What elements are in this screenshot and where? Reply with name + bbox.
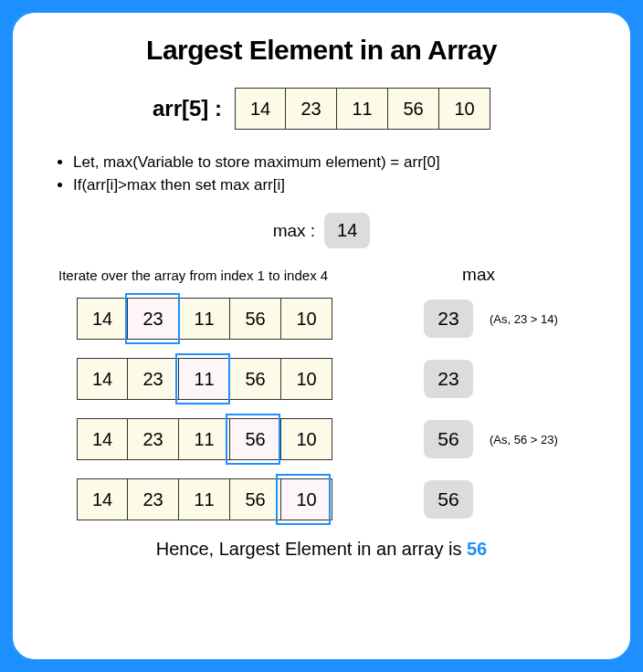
step-array-cells: 1423115610 — [77, 418, 332, 460]
array-label: arr[5] : — [153, 96, 222, 121]
conclusion: Hence, Largest Element in an array is 56 — [40, 539, 603, 560]
frame-border: Largest Element in an Array arr[5] : 14 … — [0, 0, 643, 672]
step-note: (As, 56 > 23) — [490, 433, 558, 446]
step-array-cell: 10 — [281, 418, 332, 460]
step-array-cell: 11 — [179, 478, 230, 520]
step-max-value: 23 — [424, 360, 473, 398]
step-array-cell: 11 — [179, 298, 230, 340]
initial-max-label: max : — [273, 221, 315, 241]
array-cell: 10 — [439, 88, 490, 130]
step-array-cell: 14 — [77, 478, 128, 520]
algorithm-bullets: Let, max(Variable to store maximum eleme… — [73, 152, 603, 196]
step-array-cell: 14 — [77, 418, 128, 460]
step-array-cell: 14 — [77, 298, 128, 340]
page-title: Largest Element in an Array — [40, 35, 603, 66]
step-array-cell: 23 — [128, 358, 179, 400]
conclusion-prefix: Hence, Largest Element in an array is — [156, 539, 467, 559]
initial-max-row: max : 14 — [40, 213, 603, 248]
step-row: 142311561023 — [40, 358, 603, 400]
step-array-cell: 56 — [230, 418, 281, 460]
step-array-cell: 14 — [77, 358, 128, 400]
initial-max-value: 14 — [324, 213, 370, 248]
array-cell: 23 — [286, 88, 337, 130]
array-cell: 11 — [337, 88, 388, 130]
step-row: 142311561023(As, 23 > 14) — [40, 298, 603, 340]
step-array-cell: 56 — [230, 478, 281, 520]
step-array-cell: 56 — [230, 358, 281, 400]
step-array-cell: 10 — [281, 298, 332, 340]
step-array-cell: 23 — [128, 478, 179, 520]
max-column-header: max — [462, 265, 495, 285]
content-card: Largest Element in an Array arr[5] : 14 … — [13, 13, 630, 659]
step-row: 142311561056 — [40, 478, 603, 520]
array-cells: 14 23 11 56 10 — [235, 88, 490, 130]
step-array-cells: 1423115610 — [77, 358, 332, 400]
steps-container: 142311561023(As, 23 > 14)142311561023142… — [40, 298, 603, 520]
step-row: 142311561056(As, 56 > 23) — [40, 418, 603, 460]
array-definition-row: arr[5] : 14 23 11 56 10 — [40, 88, 603, 130]
array-cell: 56 — [388, 88, 439, 130]
step-note: (As, 23 > 14) — [490, 312, 558, 326]
array-cell: 14 — [235, 88, 286, 130]
step-max-value: 23 — [424, 299, 473, 338]
bullet-item: Let, max(Variable to store maximum eleme… — [73, 152, 603, 174]
step-array-cells: 1423115610 — [77, 298, 332, 340]
step-array-cell: 11 — [179, 418, 230, 460]
conclusion-answer: 56 — [467, 539, 487, 559]
step-max-value: 56 — [424, 480, 473, 519]
iterate-text: Iterate over the array from index 1 to i… — [58, 268, 328, 283]
step-array-cells: 1423115610 — [77, 478, 332, 520]
step-array-cell: 56 — [230, 298, 281, 340]
step-array-cell: 23 — [128, 418, 179, 460]
step-max-value: 56 — [424, 420, 473, 458]
bullet-item: If(arr[i]>max then set max arr[i] — [73, 174, 603, 197]
step-array-cell: 10 — [281, 478, 332, 520]
step-array-cell: 23 — [128, 298, 179, 340]
step-array-cell: 10 — [281, 358, 332, 400]
iteration-header-row: Iterate over the array from index 1 to i… — [40, 265, 603, 285]
step-array-cell: 11 — [179, 358, 230, 400]
